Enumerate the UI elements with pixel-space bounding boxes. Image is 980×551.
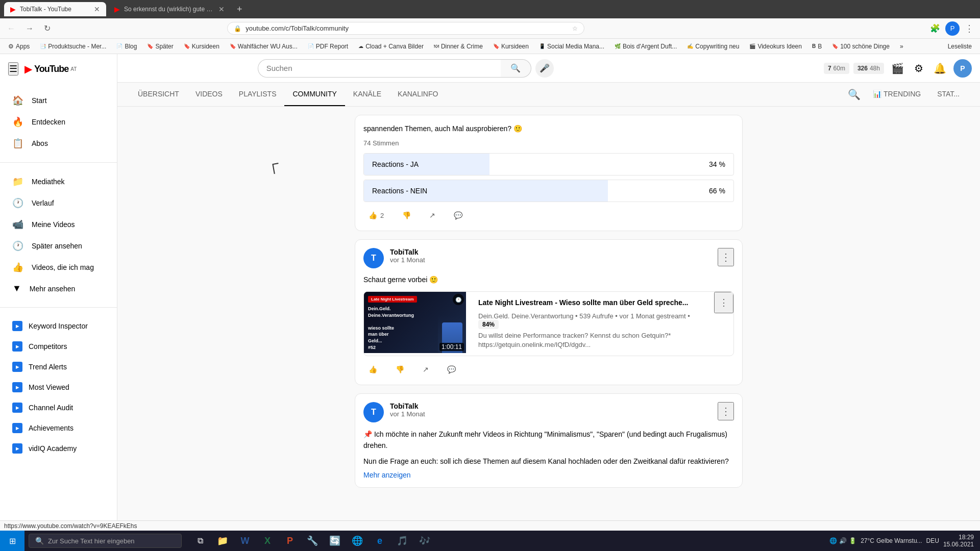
channel-nav-kanalinfo[interactable]: KANALINFO	[389, 83, 446, 106]
bookmark-blog[interactable]: 📄 Blog	[112, 42, 141, 51]
video-share-button[interactable]: ↗	[418, 362, 434, 377]
voice-search-button[interactable]: 🎤	[535, 59, 554, 78]
sidebar-item-mediathek[interactable]: 📁 Mediathek	[0, 171, 117, 192]
taskbar-word[interactable]: W	[235, 531, 255, 551]
back-button[interactable]: ←	[4, 22, 18, 35]
taskbar-excel[interactable]: X	[257, 531, 278, 551]
video-like-button[interactable]: 👍	[363, 362, 382, 377]
start-button[interactable]: ⊞	[0, 531, 24, 551]
channel-nav-playlists[interactable]: PLAYLISTS	[231, 83, 285, 106]
bookmark-kursideen2[interactable]: 🔖 Kursideen	[489, 42, 533, 51]
sidebar-item-competitors[interactable]: ▶ Competitors	[0, 336, 117, 357]
tab-close-2[interactable]: ✕	[218, 5, 225, 13]
create-video-button[interactable]: 🎬	[888, 59, 907, 78]
tab-close-1[interactable]: ✕	[94, 5, 100, 13]
sidebar-item-mag[interactable]: 👍 Videos, die ich mag	[0, 257, 117, 278]
search-channel-button[interactable]: 🔍	[844, 84, 865, 105]
sidebar-item-abos[interactable]: 📋 Abos	[0, 133, 117, 154]
taskbar-app6[interactable]: 🔄	[325, 531, 345, 551]
tab-video[interactable]: ▶ So erkennst du (wirklich) gute D... ✕	[108, 2, 231, 16]
youtube-logo[interactable]: ▶ YouTube AT	[24, 63, 77, 75]
bookmark-more[interactable]: »	[896, 42, 908, 51]
channel-nav-community[interactable]: COMMUNITY	[284, 83, 345, 106]
forward-button[interactable]: →	[22, 22, 37, 35]
channel-nav-videos[interactable]: VIDEOS	[187, 83, 231, 106]
sidebar-item-achievements[interactable]: ▶ Achievements	[0, 418, 117, 438]
speaker-icon[interactable]: 🔊	[839, 537, 847, 544]
text-post-author[interactable]: TobiTalk	[390, 402, 712, 410]
apps-button[interactable]: ⚙	[911, 59, 926, 78]
show-more-button[interactable]: Mehr anzeigen	[363, 471, 411, 479]
new-tab-button[interactable]: +	[233, 4, 247, 15]
video-dislike-button[interactable]: 👎	[390, 362, 409, 377]
dislike-button[interactable]: 👎	[397, 208, 416, 222]
bookmark-pdf[interactable]: 📄 PDF Report	[304, 42, 352, 51]
sidebar-item-mehr[interactable]: ▼ Mehr ansehen	[0, 278, 117, 299]
taskbar-app7[interactable]: 🎵	[392, 531, 412, 551]
bookmark-leseliste[interactable]: Leseliste	[944, 42, 976, 51]
network-icon[interactable]: 🌐	[829, 537, 837, 544]
hamburger-button[interactable]: ☰	[8, 62, 18, 76]
poll-option-nein[interactable]: Reactions - NEIN 66 %	[363, 180, 734, 202]
taskbar-file-explorer[interactable]: 📁	[212, 531, 233, 551]
channel-nav-trending[interactable]: 📊 TRENDING	[865, 83, 929, 106]
sidebar-item-vidiq[interactable]: ▶ vidIQ Academy	[0, 438, 117, 459]
sidebar-item-keyword-inspector[interactable]: ▶ Keyword Inspector	[0, 316, 117, 336]
bookmark-kursideen[interactable]: 🔖 Kursideen	[180, 42, 224, 51]
bookmark-apps[interactable]: ⚙ Apps	[4, 42, 34, 51]
bookmark-social[interactable]: 📱 Social Media Mana...	[535, 42, 608, 51]
avatar[interactable]: P	[953, 59, 972, 78]
video-post-menu[interactable]: ⋮	[718, 248, 734, 266]
channel-nav-stat[interactable]: STAT...	[929, 83, 968, 106]
watch-later-thumb-icon[interactable]: 🕐	[453, 294, 464, 305]
bookmark-dinner[interactable]: 🍽 Dinner & Crime	[430, 42, 487, 51]
bookmark-spaeter[interactable]: 🔖 Später	[143, 42, 177, 51]
video-comment-button[interactable]: 💬	[442, 362, 461, 377]
profile-button[interactable]: P	[945, 21, 960, 36]
bookmark-produktsuche[interactable]: 📑 Produktsuche - Mer...	[36, 42, 110, 51]
sidebar-item-meine-videos[interactable]: 📹 Meine Videos	[0, 214, 117, 235]
extensions-button[interactable]: 🧩	[928, 21, 942, 35]
notifications-button[interactable]: 🔔	[930, 59, 949, 78]
taskbar-app5[interactable]: 🔧	[302, 531, 323, 551]
channel-nav-ubersicht[interactable]: ÜBERSICHT	[130, 83, 187, 106]
bookmark-b[interactable]: B B	[808, 42, 826, 51]
sidebar-item-most-viewed[interactable]: ▶ Most Viewed	[0, 377, 117, 397]
video-card-menu[interactable]: ⋮	[714, 292, 733, 313]
share-button[interactable]: ↗	[424, 208, 440, 222]
video-post-avatar[interactable]: T	[363, 248, 384, 268]
poll-option-ja[interactable]: Reactions - JA 34 %	[363, 153, 734, 176]
sidebar-item-entdecken[interactable]: 🔥 Entdecken	[0, 111, 117, 133]
reload-button[interactable]: ↻	[41, 21, 54, 35]
taskbar-task-view[interactable]: ⧉	[190, 531, 210, 551]
text-post-avatar[interactable]: T	[363, 402, 384, 422]
bookmark-videokurs[interactable]: 🎬 Videokurs Ideen	[745, 42, 806, 51]
address-bar[interactable]: 🔒 youtube.com/c/TobiTalk/community ☆	[227, 22, 584, 35]
taskbar-app8[interactable]: 🎶	[414, 531, 435, 551]
sidebar-item-spaeter[interactable]: 🕐 Später ansehen	[0, 235, 117, 257]
taskbar-chrome[interactable]: 🌐	[347, 531, 368, 551]
search-button[interactable]: 🔍	[501, 59, 531, 78]
sidebar-item-channel-audit[interactable]: ▶ Channel Audit	[0, 397, 117, 418]
bookmark-bois[interactable]: 🌿 Bois d'Argent Duft...	[610, 42, 681, 51]
bookmark-wahlfacher[interactable]: 🔖 Wahlfächer WU Aus...	[226, 42, 302, 51]
bookmark-copywriting[interactable]: ✍ Copywriting neu	[683, 42, 743, 51]
bookmark-100-schone[interactable]: 🔖 100 schöne Dinge	[828, 42, 894, 51]
menu-button[interactable]: ⋮	[963, 21, 976, 36]
video-post-author[interactable]: TobiTalk	[390, 248, 712, 256]
text-post-menu[interactable]: ⋮	[718, 402, 734, 420]
sidebar-item-start[interactable]: 🏠 Start	[0, 90, 117, 111]
comment-button[interactable]: 💬	[449, 208, 468, 222]
bookmark-cload[interactable]: ☁ Cload + Canva Bilder	[354, 42, 428, 51]
sidebar-item-verlauf[interactable]: 🕐 Verlauf	[0, 192, 117, 214]
search-input[interactable]	[258, 59, 501, 78]
like-button[interactable]: 👍 2	[363, 208, 389, 222]
video-card[interactable]: Late Night Livestream Dein.Geld.Deine.Ve…	[363, 291, 734, 356]
sidebar-item-trend-alerts[interactable]: ▶ Trend Alerts	[0, 357, 117, 377]
star-icon[interactable]: ☆	[572, 25, 578, 32]
tab-tobitalk[interactable]: ▶ TobiTalk - YouTube ✕	[4, 2, 106, 16]
taskbar-powerpoint[interactable]: P	[280, 531, 300, 551]
taskbar-search[interactable]: 🔍 Zur Suche Text hier eingeben	[29, 534, 182, 548]
taskbar-edge[interactable]: e	[370, 531, 390, 551]
channel-nav-kanale[interactable]: KANÄLE	[345, 83, 389, 106]
